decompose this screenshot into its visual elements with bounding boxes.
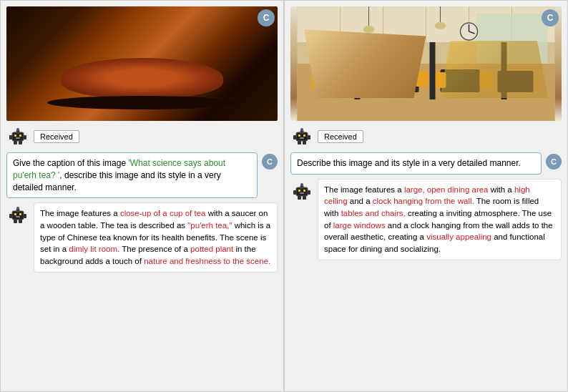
svg-rect-3 xyxy=(16,137,20,139)
svg-rect-36 xyxy=(416,71,429,87)
right-resp-3: with a xyxy=(489,185,514,194)
svg-rect-59 xyxy=(296,187,308,196)
right-resp-8: tables and chairs, xyxy=(341,209,406,217)
svg-rect-12 xyxy=(19,213,21,215)
svg-rect-56 xyxy=(308,135,310,139)
left-prompt-row: Give the caption of this image 'What sci… xyxy=(6,152,278,198)
svg-rect-28 xyxy=(476,14,548,64)
svg-rect-67 xyxy=(298,196,301,200)
svg-rect-43 xyxy=(355,42,361,99)
svg-rect-55 xyxy=(293,135,296,139)
svg-rect-62 xyxy=(300,192,304,194)
svg-point-42 xyxy=(435,22,446,29)
left-image-copy-button[interactable]: C xyxy=(258,9,275,26)
right-resp-5: and a xyxy=(348,197,373,205)
svg-rect-6 xyxy=(9,135,12,139)
left-resp-1: The image features a xyxy=(40,209,120,217)
svg-rect-61 xyxy=(303,190,305,192)
left-received-row: Received xyxy=(6,125,278,148)
left-robot-icon-1 xyxy=(6,125,29,148)
left-resp-6: dimly lit room. xyxy=(69,245,119,253)
svg-rect-11 xyxy=(14,213,16,215)
left-resp-8: potted plant xyxy=(190,245,233,253)
right-resp-6: clock hanging from the wall. xyxy=(373,197,474,205)
svg-point-15 xyxy=(16,207,19,210)
svg-rect-29 xyxy=(319,71,355,92)
svg-rect-68 xyxy=(303,196,306,200)
left-image-container: C xyxy=(6,6,278,121)
svg-rect-49 xyxy=(296,132,308,141)
svg-rect-30 xyxy=(376,67,419,92)
left-prompt-box: Give the caption of this image 'What sci… xyxy=(6,152,258,198)
svg-rect-32 xyxy=(498,71,534,92)
svg-rect-16 xyxy=(9,214,12,218)
restaurant-image xyxy=(290,6,562,121)
right-prompt-copy-button[interactable]: C xyxy=(546,154,562,170)
right-image-container: C xyxy=(290,6,562,121)
svg-rect-34 xyxy=(351,74,364,89)
left-resp-2: close-up of a cup of tea xyxy=(120,209,206,217)
right-image-copy-button[interactable]: C xyxy=(542,9,559,26)
svg-point-5 xyxy=(16,128,19,131)
right-resp-10: large windows xyxy=(333,221,386,230)
svg-rect-7 xyxy=(24,135,26,139)
left-response-box: The image features a close-up of a cup o… xyxy=(34,202,278,272)
right-prompt-text: Describe this image and its style in a v… xyxy=(297,158,521,168)
svg-rect-17 xyxy=(24,214,26,218)
svg-rect-38 xyxy=(480,72,493,88)
svg-rect-31 xyxy=(441,69,480,92)
left-response-row: The image features a close-up of a cup o… xyxy=(6,202,278,272)
svg-rect-2 xyxy=(19,134,21,137)
svg-rect-60 xyxy=(298,190,300,192)
right-robot-icon-2 xyxy=(290,180,313,203)
left-robot-icon-2 xyxy=(6,204,29,227)
right-panel: C Received Describe this image and its s… xyxy=(284,0,568,392)
svg-rect-51 xyxy=(303,134,305,137)
tea-image xyxy=(6,6,278,121)
right-prompt-row: Describe this image and its style in a v… xyxy=(290,152,562,175)
right-received-row: Received xyxy=(290,125,562,148)
svg-point-40 xyxy=(363,26,375,33)
svg-rect-50 xyxy=(298,134,300,137)
right-robot-icon-1 xyxy=(290,125,313,148)
left-resp-4: "pu'erh tea," xyxy=(187,221,232,230)
svg-rect-65 xyxy=(293,190,296,195)
svg-rect-45 xyxy=(501,42,507,99)
right-resp-2: large, open dining area xyxy=(404,185,489,194)
left-resp-7: The presence of a xyxy=(119,245,190,253)
right-resp-12: visually appealing xyxy=(426,232,491,241)
svg-rect-52 xyxy=(300,137,304,139)
svg-rect-8 xyxy=(14,141,17,144)
svg-rect-35 xyxy=(369,71,382,87)
svg-rect-19 xyxy=(19,220,22,223)
svg-rect-10 xyxy=(12,211,24,220)
right-response-box: The image features a large, open dining … xyxy=(318,179,562,260)
svg-rect-44 xyxy=(430,42,436,99)
svg-rect-33 xyxy=(312,74,325,89)
left-prompt-copy-button[interactable]: C xyxy=(262,154,278,170)
svg-point-54 xyxy=(300,128,303,131)
left-prompt-text-1: Give the caption of this image xyxy=(13,158,128,168)
svg-rect-9 xyxy=(19,141,22,144)
svg-rect-18 xyxy=(14,220,17,223)
right-received-badge: Received xyxy=(318,130,363,143)
left-resp-10: nature and freshness to the scene. xyxy=(144,257,270,265)
svg-rect-0 xyxy=(12,132,24,141)
svg-rect-57 xyxy=(298,141,301,144)
right-prompt-box: Describe this image and its style in a v… xyxy=(290,152,542,175)
svg-point-64 xyxy=(300,183,303,186)
right-resp-1: The image features a xyxy=(324,185,404,194)
restaurant-svg xyxy=(290,6,562,121)
svg-rect-66 xyxy=(308,190,310,195)
svg-rect-13 xyxy=(16,216,20,217)
right-response-row: The image features a large, open dining … xyxy=(290,179,562,260)
left-received-badge: Received xyxy=(34,130,79,143)
svg-rect-1 xyxy=(14,134,16,137)
svg-rect-58 xyxy=(303,141,306,144)
left-panel: C Received Give the caption of this imag… xyxy=(0,0,284,392)
